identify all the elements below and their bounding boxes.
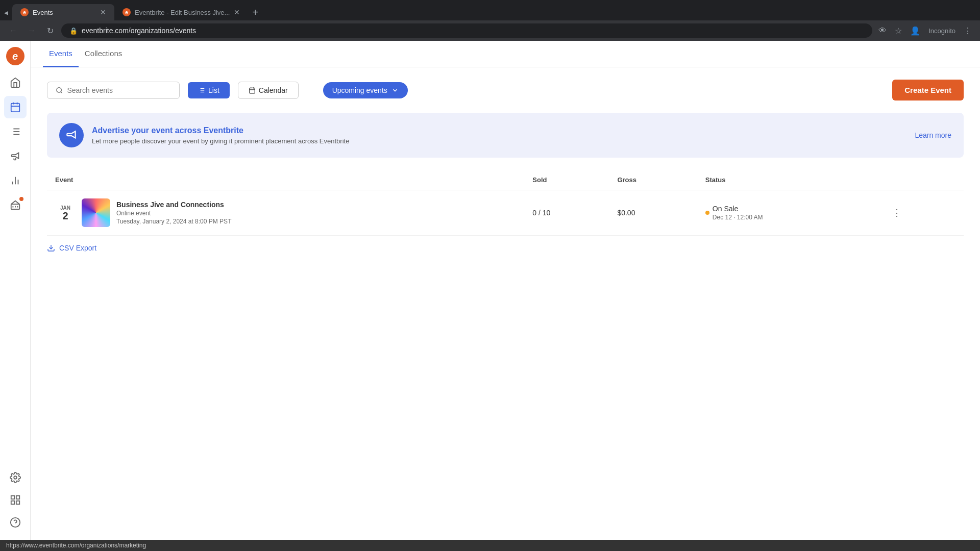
megaphone-icon — [10, 151, 21, 162]
svg-rect-31 — [250, 88, 255, 93]
search-box[interactable] — [47, 82, 180, 99]
status-bar: https://www.eventbrite.com/organizations… — [0, 540, 980, 551]
help-icon — [10, 517, 21, 528]
col-event: Event — [47, 170, 524, 190]
sidebar-bottom — [4, 466, 27, 534]
status-date: Dec 12 · 12:00 AM — [713, 214, 763, 221]
table-body: JAN 2 Business Jive and Connections Onli… — [47, 190, 964, 236]
browser-toolbar: ← → ↻ 🔒 eventbrite.com/organizations/eve… — [0, 20, 980, 41]
create-event-button[interactable]: Create Event — [892, 80, 964, 101]
status-cell: On Sale Dec 12 · 12:00 AM — [697, 190, 880, 236]
content-area: Events Collections List — [31, 41, 980, 540]
calendar-icon — [10, 102, 21, 113]
create-btn-label: Create Event — [904, 86, 951, 94]
sidebar: e Marketing — [0, 41, 31, 540]
eventbrite-logo[interactable]: e — [6, 47, 24, 65]
bookmark-icon[interactable]: ☆ — [893, 24, 904, 38]
browser-tab-events[interactable]: e Events ✕ — [12, 4, 114, 20]
learn-more-link[interactable]: Learn more — [915, 131, 951, 139]
tab-close-editjive[interactable]: ✕ — [234, 8, 240, 16]
event-details: Business Jive and Connections Online eve… — [116, 201, 231, 225]
sidebar-item-settings[interactable] — [4, 466, 27, 489]
svg-rect-0 — [11, 104, 19, 112]
lock-icon: 🔒 — [69, 27, 78, 35]
ad-banner: Advertise your event across Eventbrite L… — [47, 113, 964, 158]
status-badge: On Sale Dec 12 · 12:00 AM — [705, 205, 872, 221]
svg-rect-21 — [16, 501, 19, 504]
svg-rect-19 — [16, 496, 19, 499]
forward-button[interactable]: → — [24, 23, 39, 38]
tab-title-editjive: Eventbrite - Edit Business Jive... — [135, 9, 230, 16]
list-view-icon — [198, 87, 205, 94]
filter-btn-label: Upcoming events — [332, 86, 387, 94]
tab-favicon-events: e — [20, 8, 29, 16]
settings-icon — [10, 472, 21, 483]
list-btn-label: List — [208, 86, 219, 94]
sidebar-item-help[interactable] — [4, 511, 27, 534]
reload-button[interactable]: ↻ — [43, 23, 57, 38]
browser-titlebar: ◂ e Events ✕ e Eventbrite - Edit Busines… — [0, 0, 980, 20]
address-url: eventbrite.com/organizations/events — [82, 27, 196, 35]
sidebar-item-reports[interactable] — [4, 120, 27, 143]
ad-description: Let more people discover your event by g… — [92, 137, 906, 145]
sidebar-item-home[interactable] — [4, 71, 27, 94]
gross-value: $0.00 — [617, 209, 635, 217]
events-table: Event Sold Gross Status JAN 2 — [47, 170, 964, 236]
download-icon — [47, 244, 55, 252]
status-url: https://www.eventbrite.com/organizations… — [6, 542, 146, 549]
search-icon — [56, 86, 63, 94]
ad-icon — [59, 123, 84, 147]
new-tab-button[interactable]: + — [248, 5, 262, 20]
row-more-button[interactable]: ⋮ — [888, 206, 905, 220]
ad-title: Advertise your event across Eventbrite — [92, 126, 906, 135]
calendar-view-icon — [249, 87, 256, 94]
sidebar-item-apps[interactable] — [4, 489, 27, 511]
more-options-icon[interactable]: ⋮ — [962, 24, 974, 38]
tab-close-events[interactable]: ✕ — [100, 8, 106, 16]
event-datetime: Tuesday, January 2, 2024 at 8:00 PM PST — [116, 218, 231, 225]
tab-events[interactable]: Events — [43, 41, 79, 67]
apps-icon — [10, 494, 21, 506]
toolbar-actions: 👁 ☆ 👤 Incognito ⋮ — [876, 24, 974, 38]
csv-export-label: CSV Export — [59, 244, 96, 252]
csv-export[interactable]: CSV Export — [47, 244, 964, 252]
event-date-month: JAN — [60, 205, 70, 211]
event-name: Business Jive and Connections — [116, 201, 231, 209]
tab-title-events: Events — [33, 9, 53, 16]
tab-list-button[interactable]: ◂ — [0, 6, 12, 19]
event-cell: JAN 2 Business Jive and Connections Onli… — [47, 190, 524, 236]
chevron-down-icon — [391, 87, 399, 94]
browser-chrome: ◂ e Events ✕ e Eventbrite - Edit Busines… — [0, 0, 980, 41]
bank-icon — [10, 199, 21, 211]
incognito-label: Incognito — [926, 25, 958, 37]
table-row: JAN 2 Business Jive and Connections Onli… — [47, 190, 964, 236]
svg-point-24 — [57, 87, 62, 92]
svg-rect-20 — [11, 501, 14, 504]
sidebar-item-events[interactable] — [4, 96, 27, 118]
calendar-view-button[interactable]: Calendar — [238, 82, 299, 99]
col-sold: Sold — [524, 170, 609, 190]
status-dot — [705, 211, 709, 215]
status-label: On Sale — [713, 205, 763, 213]
sidebar-item-analytics[interactable] — [4, 169, 27, 192]
filter-button[interactable]: Upcoming events — [323, 82, 408, 98]
back-button[interactable]: ← — [6, 23, 20, 38]
home-icon — [10, 77, 21, 88]
tab-collections[interactable]: Collections — [79, 41, 128, 67]
search-input[interactable] — [67, 86, 171, 94]
sold-value: 0 / 10 — [532, 209, 550, 217]
eye-off-icon[interactable]: 👁 — [876, 24, 889, 37]
sidebar-item-finance[interactable] — [4, 194, 27, 216]
event-date-badge: JAN 2 — [55, 205, 76, 221]
sidebar-item-marketing[interactable]: Marketing — [4, 145, 27, 167]
address-bar[interactable]: 🔒 eventbrite.com/organizations/events — [61, 23, 872, 38]
browser-tab-editjive[interactable]: e Eventbrite - Edit Business Jive... ✕ — [114, 4, 248, 20]
list-view-button[interactable]: List — [188, 82, 230, 98]
logo-icon: e — [12, 51, 18, 62]
sold-cell: 0 / 10 — [524, 190, 609, 236]
actions-cell: ⋮ — [880, 190, 964, 236]
main-content: List Calendar Upcoming events Create — [31, 67, 980, 540]
table-header: Event Sold Gross Status — [47, 170, 964, 190]
svg-point-17 — [14, 476, 17, 479]
profile-icon[interactable]: 👤 — [908, 24, 922, 38]
